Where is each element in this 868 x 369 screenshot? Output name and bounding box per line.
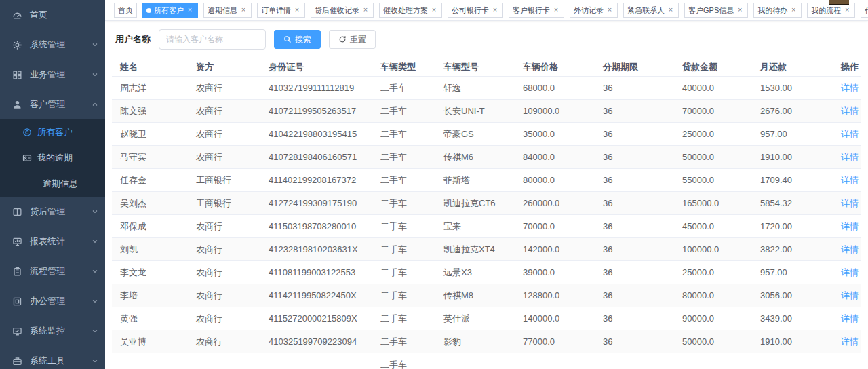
detail-link[interactable]: 详情 bbox=[841, 83, 859, 93]
cell-term bbox=[595, 353, 674, 369]
tab[interactable]: 催收处理方案 × bbox=[379, 3, 442, 18]
detail-link[interactable]: 详情 bbox=[841, 267, 859, 277]
tab[interactable]: 贷后催收记录 × bbox=[311, 3, 374, 18]
sidebar-item-business-mgmt[interactable]: 业务管理 bbox=[0, 60, 105, 90]
table-row: 邓保成 农商行 411503198708280010 二手车 宝来 70000.… bbox=[112, 215, 861, 238]
close-icon[interactable]: × bbox=[361, 6, 370, 14]
sidebar-item-system-tools[interactable]: 系统工具 bbox=[0, 346, 105, 369]
close-icon[interactable]: × bbox=[491, 6, 499, 14]
detail-link[interactable]: 详情 bbox=[841, 313, 859, 324]
grid-icon bbox=[12, 70, 22, 80]
tab-label: 公司银行卡 bbox=[452, 5, 489, 16]
cell-term: 36 bbox=[595, 284, 674, 307]
tab[interactable]: 订单详情 × bbox=[257, 3, 305, 18]
id-card-icon bbox=[22, 153, 32, 163]
sidebar-item-customer-mgmt[interactable]: 客户管理 bbox=[0, 90, 105, 119]
close-icon[interactable]: × bbox=[667, 6, 675, 14]
tab[interactable]: 客户银行卡 × bbox=[509, 3, 564, 18]
cell-vehicle-model: 菲斯塔 bbox=[435, 169, 515, 192]
close-icon[interactable]: × bbox=[186, 6, 194, 14]
sidebar-item-system-mgmt[interactable]: 系统管理 bbox=[0, 30, 105, 60]
tab-label: 紧急联系人 bbox=[627, 5, 665, 16]
cell-term: 36 bbox=[595, 192, 674, 215]
tab[interactable]: 紧急联系人 × bbox=[623, 3, 679, 18]
tab[interactable]: 所有客户 × bbox=[142, 3, 198, 18]
column-header: 资方 bbox=[188, 58, 260, 77]
cell-id-number: 410721199505263517 bbox=[260, 100, 372, 123]
cell-id-number: 410422198803195415 bbox=[260, 123, 372, 146]
cell-monthly-payment: 3056.00 bbox=[752, 284, 833, 307]
cell-vehicle-price: 80000.0 bbox=[515, 169, 595, 192]
table-row: 李文龙 农商行 411081199003122553 二手车 远景X3 3900… bbox=[112, 261, 861, 284]
cell-id-number: 410327199111112819 bbox=[260, 77, 372, 100]
tab[interactable]: 我的待办 × bbox=[753, 3, 802, 18]
detail-link[interactable]: 详情 bbox=[841, 106, 859, 116]
cell-vehicle-model: 凯迪拉克CT6 bbox=[435, 192, 515, 215]
cell-vehicle-type: 二手车 bbox=[372, 215, 435, 238]
cell-vehicle-type: 二手车 bbox=[372, 353, 435, 369]
detail-link[interactable]: 详情 bbox=[841, 129, 859, 139]
detail-link[interactable]: 详情 bbox=[841, 175, 859, 185]
sidebar-item-postloan-mgmt[interactable]: 贷后管理 bbox=[0, 197, 105, 227]
close-icon[interactable]: × bbox=[430, 6, 438, 14]
cell-monthly-payment: 1709.40 bbox=[752, 169, 833, 192]
cell-loan-amount bbox=[674, 353, 752, 369]
cell-funder: 农商行 bbox=[188, 146, 260, 169]
close-icon[interactable]: × bbox=[606, 6, 614, 14]
detail-link[interactable]: 详情 bbox=[841, 336, 859, 347]
tab[interactable]: 客户GPS信息 × bbox=[684, 3, 748, 18]
cell-term: 36 bbox=[595, 146, 674, 169]
tab[interactable]: 代签任务 × bbox=[861, 3, 868, 18]
sidebar-item-process-mgmt[interactable]: 流程管理 bbox=[0, 256, 105, 286]
cell-vehicle-price: 109000.0 bbox=[515, 100, 595, 123]
chevron-down-icon bbox=[92, 71, 98, 78]
detail-link[interactable]: 详情 bbox=[841, 244, 859, 254]
close-icon[interactable]: × bbox=[239, 6, 248, 14]
chevron-up-icon bbox=[92, 101, 98, 108]
close-icon[interactable]: × bbox=[843, 6, 851, 14]
close-icon[interactable]: × bbox=[293, 6, 301, 14]
sidebar-item-label: 我的逾期 bbox=[37, 152, 73, 164]
sidebar-item-office-mgmt[interactable]: 办公管理 bbox=[0, 286, 105, 316]
cell-monthly-payment: 1910.00 bbox=[752, 146, 833, 169]
cell-funder: 农商行 bbox=[188, 123, 260, 146]
detail-link[interactable]: 详情 bbox=[841, 152, 859, 162]
close-icon[interactable]: × bbox=[552, 6, 560, 14]
cell-funder: 农商行 bbox=[188, 100, 260, 123]
sidebar-item-my-overdue[interactable]: 我的逾期 bbox=[0, 145, 105, 171]
book-icon bbox=[12, 207, 22, 217]
cell-vehicle-model: 帝豪GS bbox=[435, 123, 515, 146]
tab[interactable]: 首页 bbox=[114, 3, 137, 18]
close-icon[interactable]: × bbox=[736, 6, 744, 14]
avatar[interactable] bbox=[829, 0, 849, 5]
cell-funder: 农商行 bbox=[188, 307, 260, 330]
cell-vehicle-type: 二手车 bbox=[372, 123, 435, 146]
sidebar-item-all-customers[interactable]: 所有客户 bbox=[0, 119, 105, 145]
sidebar-item-system-monitor[interactable]: 系统监控 bbox=[0, 316, 105, 346]
column-header: 分期期限 bbox=[595, 58, 674, 77]
column-header: 贷款金额 bbox=[674, 58, 752, 77]
cell-id-number: 411081199003122553 bbox=[260, 261, 372, 284]
customer-name-input[interactable] bbox=[159, 29, 266, 50]
tab[interactable]: 公司银行卡 × bbox=[448, 3, 503, 18]
tab[interactable]: 逾期信息 × bbox=[203, 3, 252, 18]
cell-loan-amount: 70000.0 bbox=[674, 100, 752, 123]
detail-link[interactable]: 详情 bbox=[841, 290, 859, 300]
cell-funder: 工商银行 bbox=[188, 169, 260, 192]
cell-loan-amount: 100000.0 bbox=[674, 238, 752, 261]
search-button[interactable]: 搜索 bbox=[274, 30, 321, 49]
sidebar-item-overdue-info[interactable]: 逾期信息 bbox=[0, 171, 105, 197]
sidebar-item-home[interactable]: 首页 bbox=[0, 0, 105, 30]
cell-funder: 农商行 bbox=[188, 261, 260, 284]
reset-button[interactable]: 重置 bbox=[329, 30, 376, 49]
tab[interactable]: 外访记录 × bbox=[570, 3, 618, 18]
detail-link[interactable]: 详情 bbox=[841, 198, 859, 208]
close-icon[interactable]: × bbox=[789, 6, 797, 14]
sidebar-item-report-stats[interactable]: 报表统计 bbox=[0, 227, 105, 256]
detail-link[interactable]: 详情 bbox=[841, 221, 859, 231]
active-dot-icon bbox=[146, 8, 151, 13]
cell-vehicle-model: 英仕派 bbox=[435, 307, 515, 330]
briefcase-icon bbox=[12, 356, 22, 366]
cell-term: 36 bbox=[595, 261, 674, 284]
cell-vehicle-price: 77000.0 bbox=[515, 330, 595, 353]
